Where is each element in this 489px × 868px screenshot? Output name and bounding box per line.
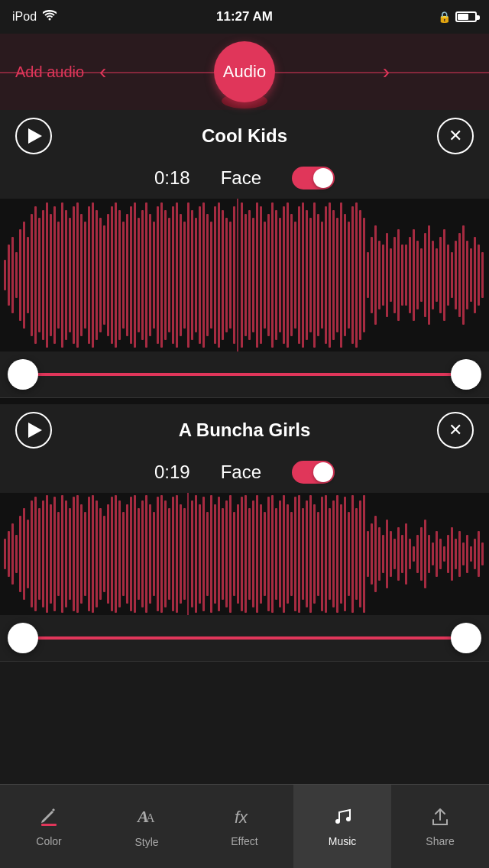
- svg-rect-164: [141, 500, 144, 607]
- svg-rect-62: [233, 206, 235, 344]
- svg-rect-40: [153, 222, 155, 329]
- slider-thumb-right-1[interactable]: [451, 359, 481, 390]
- svg-rect-8: [31, 214, 33, 336]
- svg-rect-240: [432, 542, 434, 565]
- slider-track-2[interactable]: [23, 636, 466, 640]
- close-button-1[interactable]: ✕: [437, 118, 474, 154]
- svg-rect-136: [34, 497, 37, 611]
- svg-rect-53: [202, 202, 205, 348]
- svg-rect-227: [382, 535, 384, 573]
- svg-rect-185: [222, 508, 224, 600]
- svg-rect-169: [160, 495, 163, 613]
- svg-rect-148: [80, 504, 83, 604]
- svg-rect-7: [27, 237, 29, 313]
- svg-rect-22: [84, 222, 86, 329]
- svg-rect-210: [317, 512, 319, 596]
- svg-rect-146: [73, 497, 75, 611]
- svg-rect-90: [344, 214, 346, 336]
- tab-style[interactable]: A A Style: [98, 785, 196, 868]
- svg-rect-180: [202, 497, 205, 611]
- play-button-2[interactable]: [15, 412, 52, 449]
- svg-rect-150: [88, 497, 90, 611]
- status-bar: iPod 11:27 AM 🔒: [0, 0, 489, 34]
- svg-rect-154: [103, 516, 105, 592]
- wifi-icon: [43, 10, 57, 24]
- tab-bar: Color A A Style fx Effect Music: [0, 784, 489, 868]
- svg-rect-175: [187, 493, 189, 615]
- svg-rect-124: [393, 237, 396, 313]
- svg-rect-5: [19, 229, 21, 321]
- svg-rect-75: [287, 202, 289, 348]
- tab-share-label: Share: [426, 835, 454, 847]
- add-audio-button[interactable]: Add audio: [15, 63, 84, 81]
- svg-rect-223: [367, 531, 369, 577]
- audio-circle[interactable]: Audio: [214, 41, 275, 102]
- tab-effect[interactable]: fx Effect: [196, 785, 293, 868]
- track-card-1: Cool Kids ✕ 0:18 Face: [0, 110, 489, 398]
- svg-rect-147: [76, 495, 79, 613]
- tab-color[interactable]: Color: [0, 785, 98, 868]
- svg-rect-157: [115, 495, 117, 613]
- slider-track-1[interactable]: [23, 373, 466, 376]
- svg-rect-129: [8, 531, 10, 577]
- svg-rect-244: [447, 535, 449, 573]
- svg-rect-181: [206, 512, 209, 596]
- svg-rect-246: [455, 539, 457, 569]
- svg-rect-238: [424, 520, 426, 588]
- toggle-knob-2: [313, 462, 333, 482]
- svg-rect-168: [157, 497, 159, 611]
- slider-thumb-left-2[interactable]: [8, 623, 38, 653]
- svg-rect-184: [218, 497, 220, 611]
- svg-rect-115: [478, 245, 480, 306]
- svg-rect-204: [294, 497, 296, 611]
- svg-point-258: [335, 819, 340, 824]
- svg-rect-252: [478, 531, 480, 577]
- svg-rect-152: [96, 500, 98, 607]
- svg-rect-103: [432, 241, 434, 309]
- svg-rect-71: [271, 202, 274, 348]
- tab-share[interactable]: Share: [391, 785, 489, 868]
- svg-rect-226: [378, 527, 381, 581]
- svg-rect-239: [428, 535, 430, 573]
- svg-rect-242: [439, 539, 442, 569]
- svg-rect-14: [53, 206, 56, 344]
- svg-rect-248: [462, 542, 465, 565]
- svg-rect-4: [15, 252, 18, 298]
- slider-thumb-left-1[interactable]: [8, 359, 38, 390]
- svg-rect-133: [23, 508, 25, 600]
- tab-music[interactable]: Music: [293, 785, 391, 868]
- svg-rect-254: [41, 824, 57, 826]
- nav-arrow-right[interactable]: ›: [383, 60, 390, 84]
- svg-rect-6: [23, 222, 25, 329]
- svg-rect-74: [283, 206, 285, 344]
- svg-rect-188: [233, 512, 235, 596]
- svg-rect-88: [336, 218, 338, 332]
- svg-rect-94: [359, 210, 361, 340]
- svg-rect-1: [4, 260, 6, 290]
- svg-rect-2: [8, 245, 10, 306]
- svg-rect-18: [69, 218, 71, 332]
- svg-rect-85: [325, 206, 327, 344]
- status-left: iPod: [12, 10, 57, 24]
- svg-rect-72: [275, 210, 277, 340]
- svg-rect-216: [340, 504, 342, 604]
- slider-thumb-right-2[interactable]: [451, 623, 481, 653]
- nav-arrow-left[interactable]: ‹: [99, 60, 106, 84]
- svg-rect-98: [413, 229, 415, 321]
- face-toggle-1[interactable]: [292, 167, 335, 189]
- svg-rect-33: [126, 214, 128, 336]
- svg-rect-112: [466, 241, 468, 309]
- svg-rect-126: [401, 245, 403, 306]
- svg-rect-195: [260, 504, 262, 604]
- svg-rect-29: [111, 206, 113, 344]
- music-icon: [332, 806, 353, 831]
- svg-rect-217: [344, 497, 346, 611]
- svg-rect-120: [378, 241, 381, 309]
- svg-rect-26: [99, 218, 102, 332]
- slider-2: [0, 615, 489, 661]
- svg-rect-224: [371, 523, 373, 585]
- slider-1: [0, 351, 489, 397]
- face-toggle-2[interactable]: [292, 461, 335, 484]
- close-button-2[interactable]: ✕: [437, 412, 474, 449]
- play-button-1[interactable]: [15, 118, 52, 154]
